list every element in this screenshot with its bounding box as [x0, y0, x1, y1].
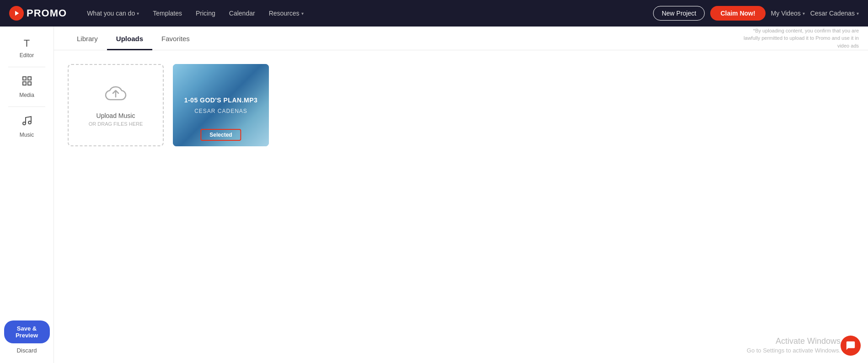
- new-project-button[interactable]: New Project: [653, 6, 705, 21]
- chevron-down-icon: ▾: [137, 11, 139, 16]
- svg-rect-1: [23, 77, 26, 80]
- svg-rect-4: [28, 82, 31, 85]
- logo[interactable]: PROMO: [9, 6, 67, 21]
- upload-music-card[interactable]: Upload Music OR DRAG FILES HERE: [68, 64, 164, 146]
- logo-icon: [9, 6, 24, 21]
- claim-now-button[interactable]: Claim Now!: [710, 6, 765, 21]
- chat-button[interactable]: [841, 336, 861, 356]
- tab-favorites[interactable]: Favorites: [152, 27, 199, 50]
- discard-button[interactable]: Discard: [16, 347, 37, 354]
- sidebar-bottom: Save & Preview Discard: [0, 320, 54, 363]
- tab-library[interactable]: Library: [68, 27, 107, 50]
- svg-rect-2: [28, 77, 31, 80]
- windows-activate-title: Activate Windows: [747, 336, 841, 346]
- sidebar-item-media[interactable]: Media: [0, 69, 54, 105]
- music-card-title: 1-05 GOD'S PLAN.MP3: [184, 96, 258, 105]
- nav-item-resources[interactable]: Resources ▾: [263, 6, 310, 21]
- nav-item-pricing[interactable]: Pricing: [189, 6, 222, 21]
- sidebar-item-music-label: Music: [20, 132, 34, 138]
- content-area: Upload Music OR DRAG FILES HERE 1-05 GOD…: [54, 50, 868, 160]
- sidebar: T Editor Media Music Save & Preview Disc…: [0, 27, 54, 363]
- nav-item-calendar[interactable]: Calendar: [223, 6, 262, 21]
- sidebar-divider-1: [8, 67, 46, 67]
- selected-badge: Selected: [200, 129, 241, 141]
- chevron-down-icon-resources: ▾: [301, 11, 304, 16]
- sidebar-item-media-label: Media: [19, 92, 34, 98]
- sidebar-item-music[interactable]: Music: [0, 109, 54, 144]
- main-content: Library Uploads Favorites *By uploading …: [54, 27, 868, 363]
- sidebar-item-editor-label: Editor: [20, 52, 34, 59]
- nav-item-templates[interactable]: Templates: [146, 6, 188, 21]
- disclaimer-text: *By uploading content, you confirm that …: [740, 27, 859, 50]
- media-icon: [21, 75, 32, 89]
- music-card-artist: CESAR CADENAS: [194, 108, 247, 114]
- upload-title: Upload Music: [96, 112, 135, 119]
- user-menu[interactable]: Cesar Cadenas ▾: [810, 10, 859, 17]
- my-videos-dropdown[interactable]: My Videos ▾: [771, 10, 805, 17]
- upload-cloud-icon: [104, 84, 128, 107]
- editor-icon: T: [24, 37, 30, 49]
- navbar: PROMO What you can do ▾ Templates Pricin…: [0, 0, 868, 27]
- upload-subtitle: OR DRAG FILES HERE: [89, 121, 143, 127]
- nav-item-what-you-can-do[interactable]: What you can do ▾: [80, 6, 145, 21]
- nav-right: New Project Claim Now! My Videos ▾ Cesar…: [653, 6, 859, 21]
- chevron-down-icon-myvideos: ▾: [803, 11, 805, 16]
- windows-watermark: Activate Windows Go to Settings to activ…: [747, 336, 841, 354]
- music-icon: [21, 115, 32, 129]
- sidebar-divider-2: [8, 107, 46, 107]
- tabs-bar: Library Uploads Favorites *By uploading …: [54, 27, 868, 50]
- nav-links: What you can do ▾ Templates Pricing Cale…: [80, 6, 653, 21]
- svg-point-5: [23, 122, 26, 125]
- save-preview-button[interactable]: Save & Preview: [4, 320, 50, 343]
- music-track-card[interactable]: 1-05 GOD'S PLAN.MP3 CESAR CADENAS Select…: [173, 64, 269, 146]
- chevron-down-icon-user: ▾: [857, 11, 859, 16]
- sidebar-item-editor[interactable]: T Editor: [0, 31, 54, 65]
- windows-activate-subtitle: Go to Settings to activate Windows.: [747, 347, 841, 354]
- svg-point-6: [28, 121, 31, 124]
- logo-text: PROMO: [27, 7, 67, 19]
- svg-rect-3: [23, 82, 26, 85]
- tab-uploads[interactable]: Uploads: [107, 27, 152, 50]
- svg-marker-0: [15, 11, 19, 16]
